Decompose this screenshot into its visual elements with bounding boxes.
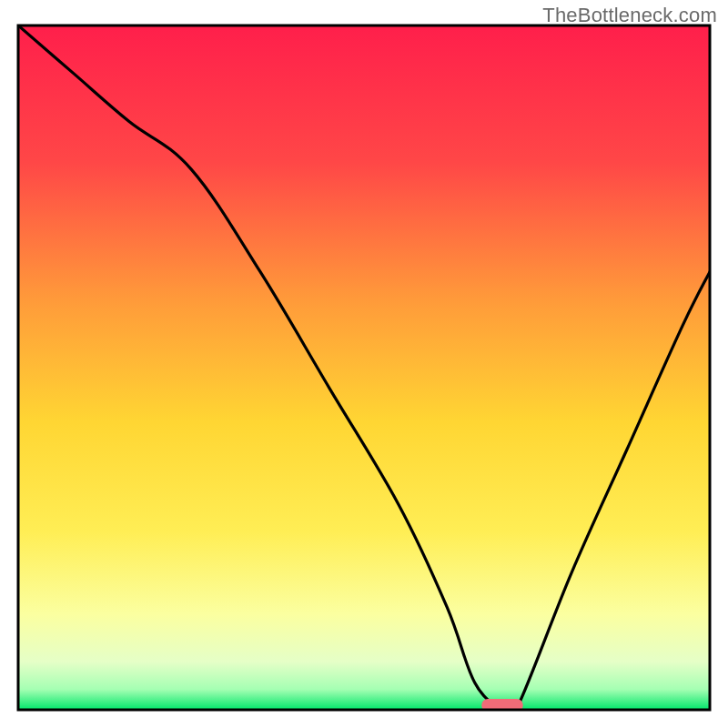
gradient-background xyxy=(18,25,710,710)
bottleneck-chart xyxy=(0,0,728,728)
chart-stage: TheBottleneck.com xyxy=(0,0,728,728)
